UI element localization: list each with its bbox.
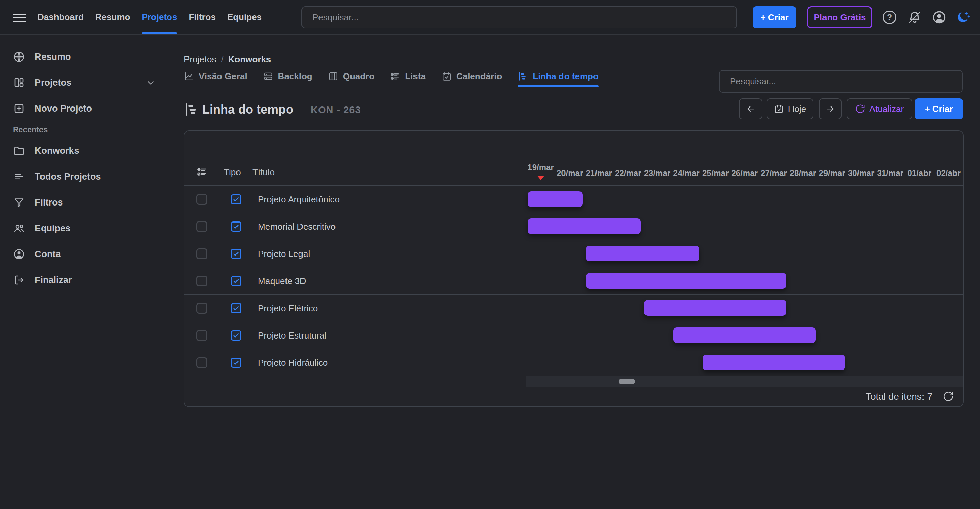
panel-search-input[interactable] [729,76,953,87]
row-select-checkbox[interactable] [196,248,207,259]
sidebar-item-equipes[interactable]: Equipes [0,215,169,241]
backlog-icon [263,71,274,82]
tab-label: Lista [405,71,426,82]
row-select-checkbox[interactable] [196,330,207,341]
notifications-off-icon[interactable] [907,10,922,25]
type-checkbox-checked[interactable] [231,276,241,286]
calendar-icon [774,104,784,114]
table-header: Tipo Título 19/mar20/mar21/mar22/mar23/m… [185,158,963,186]
date-header: 25/mar [701,169,730,178]
date-header: 31/mar [875,169,905,178]
gantt-bar[interactable] [703,355,845,370]
prev-period-button[interactable] [739,98,762,119]
refresh-button[interactable]: Atualizar [846,98,912,119]
scrollbar-thumb[interactable] [619,379,635,385]
topnav-item-dashboard[interactable]: Dashboard [37,0,84,34]
gantt-bar[interactable] [528,218,641,234]
topnav-item-projetos[interactable]: Projetos [142,0,177,34]
sidebar-item-label: Projetos [35,78,72,88]
gantt-bar[interactable] [586,246,699,261]
type-checkbox-checked[interactable] [231,221,241,232]
today-marker-icon [537,176,544,180]
task-row: Maquete 3D [185,267,963,295]
gantt-bar[interactable] [528,191,582,207]
tab-label: Visão Geral [199,71,247,82]
sidebar-item-novo-projeto[interactable]: Novo Projeto [0,95,169,121]
row-select-checkbox[interactable] [196,194,207,205]
row-select-checkbox[interactable] [196,275,207,286]
sidebar: ResumoProjetosNovo ProjetoRecentesKonwor… [0,35,169,509]
tab-quadro[interactable]: Quadro [328,68,374,87]
list-icon [13,170,25,183]
gantt-bar[interactable] [673,327,816,343]
refresh-icon [855,104,865,114]
type-checkbox-checked[interactable] [231,303,241,313]
type-checkbox-checked[interactable] [231,249,241,259]
scroll-row [185,376,963,387]
sidebar-item-filtros[interactable]: Filtros [0,189,169,215]
help-icon[interactable]: ? [883,11,896,24]
tab-linha-do-tempo[interactable]: Linha do tempo [517,68,598,87]
type-checkbox-checked[interactable] [231,330,241,340]
date-header: 23/mar [643,169,672,178]
menu-icon[interactable] [13,11,26,24]
row-select-checkbox[interactable] [196,303,207,314]
topnav-item-resumo[interactable]: Resumo [95,0,130,34]
tab-backlog[interactable]: Backlog [263,68,312,87]
gantt-icon [184,102,199,118]
tab-visao-geral[interactable]: Visão Geral [184,68,247,87]
breadcrumb-current[interactable]: Konworks [228,54,271,65]
logout-icon [13,274,25,286]
task-title[interactable]: Maquete 3D [258,275,306,286]
topnav-item-label: Dashboard [37,12,84,22]
tab-label: Calendário [456,71,502,82]
refresh-icon[interactable] [943,391,954,402]
create-button[interactable]: + Criar [915,98,963,119]
tab-lista[interactable]: Lista [390,68,426,87]
checklist-icon [196,166,208,178]
page-title: Linha do tempo [202,102,293,117]
checklist-icon [390,71,401,82]
gantt-bar[interactable] [586,273,786,288]
column-header-tipo: Tipo [224,167,241,178]
tab-calendario[interactable]: Calendário [441,68,502,87]
table-footer: Total de itens: 7 [185,387,963,406]
topnav-item-filtros[interactable]: Filtros [189,0,215,34]
sidebar-item-projetos[interactable]: Projetos [0,70,169,95]
row-select-checkbox[interactable] [196,221,207,232]
sidebar-item-finalizar[interactable]: Finalizar [0,267,169,293]
sidebar-item-konworks[interactable]: Konworks [0,138,169,164]
task-row: Projeto Legal [185,240,963,267]
type-checkbox-checked[interactable] [231,358,241,368]
dark-mode-icon[interactable] [956,10,970,25]
task-title[interactable]: Memorial Descritivo [258,221,336,232]
task-title[interactable]: Projeto Estrutural [258,330,326,340]
sidebar-item-conta[interactable]: Conta [0,241,169,267]
breadcrumb-projects[interactable]: Projetos [184,54,216,65]
sidebar-item-resumo[interactable]: Resumo [0,44,169,70]
horizontal-scrollbar[interactable] [526,376,963,387]
date-header: 21/mar [584,169,614,178]
sidebar-item-label: Konworks [35,146,79,156]
sidebar-item-todos-projetos[interactable]: Todos Projetos [0,164,169,189]
task-row: Projeto Arquitetônico [185,186,963,213]
tab-label: Quadro [343,71,374,82]
topnav-item-equipes[interactable]: Equipes [227,0,262,34]
project-code: KON - 263 [311,105,361,116]
folder-icon [13,145,25,157]
plan-badge-button[interactable]: Plano Grátis [807,6,872,28]
task-row: Projeto Elétrico [185,295,963,322]
type-checkbox-checked[interactable] [231,194,241,205]
task-title[interactable]: Projeto Legal [258,248,310,259]
next-period-button[interactable] [819,98,842,119]
today-button[interactable]: Hoje [767,98,813,119]
task-title[interactable]: Projeto Arquitetônico [258,194,340,205]
task-title[interactable]: Projeto Elétrico [258,303,318,313]
chevron-down-icon[interactable] [146,78,156,88]
topbar-search-input[interactable] [312,12,727,23]
account-icon[interactable] [932,10,947,25]
task-title[interactable]: Projeto Hidráulico [258,357,328,368]
row-select-checkbox[interactable] [196,357,207,368]
gantt-bar[interactable] [644,300,786,316]
create-button-topbar[interactable]: + Criar [753,6,796,28]
